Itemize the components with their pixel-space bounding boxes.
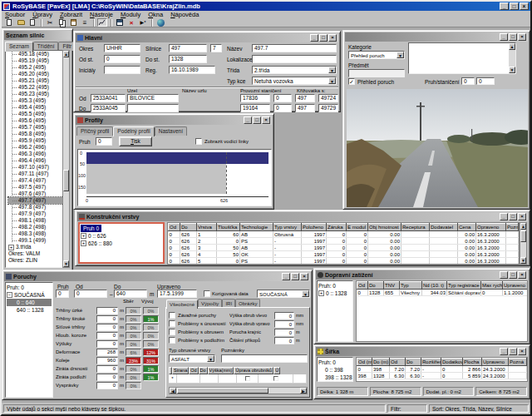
tab[interactable]: Seznam (5, 42, 33, 52)
collapse-icon[interactable]: − (7, 292, 12, 298)
nazev-field[interactable]: 497.7 (252, 44, 337, 52)
tree-group[interactable]: −SOUČASNÁ (7, 291, 52, 299)
cell[interactable]: 0 (327, 245, 347, 251)
maximize-button[interactable]: □ (509, 213, 517, 220)
chevron-down-icon[interactable]: ▼ (302, 290, 309, 297)
od-stan1-field[interactable]: 17836 (240, 94, 270, 102)
tab[interactable]: Podélný profil (113, 126, 154, 136)
road-item[interactable]: 497.8 (497) (8, 204, 63, 210)
cell[interactable]: 1997 (302, 251, 327, 258)
menu-item[interactable]: Nástroje (90, 11, 113, 18)
cell[interactable]: 0.00 (458, 251, 476, 258)
paste-icon[interactable] (68, 18, 78, 27)
od-field[interactable]: 0 (74, 290, 107, 298)
cell[interactable]: - (421, 373, 441, 379)
cell[interactable]: 0 (169, 251, 180, 258)
minimize-button[interactable]: _ (500, 271, 508, 279)
minimize-button[interactable]: _ (500, 348, 508, 355)
cell[interactable]: 0 (327, 251, 347, 258)
maximize-button[interactable]: □ (253, 116, 261, 124)
minimize-button[interactable]: _ (500, 33, 508, 41)
tree-group-okres[interactable]: Okres: VALM (6, 250, 63, 257)
cell[interactable]: PS (240, 258, 273, 265)
road-item[interactable]: 497.4 (497) (8, 177, 63, 184)
menu-item[interactable]: Soubor (5, 11, 25, 18)
minimize-button[interactable]: _ (282, 273, 290, 280)
overview-checkbox[interactable]: ✓ (348, 78, 355, 85)
cell[interactable]: AB (240, 245, 273, 251)
cell[interactable]: 4 (197, 251, 217, 258)
cell[interactable]: 626 (180, 231, 197, 238)
scroll-right-icon[interactable]: ▶ (300, 388, 307, 394)
cell[interactable] (430, 231, 458, 238)
menu-item[interactable]: Okna (148, 11, 163, 18)
close-button[interactable]: × (518, 33, 526, 41)
cell[interactable]: 16.3.2000 (476, 251, 506, 258)
cell[interactable]: 0 (169, 238, 180, 245)
close-button[interactable]: × (520, 2, 529, 10)
cell[interactable]: 0 (347, 258, 368, 265)
titlebar[interactable]: _□× (345, 32, 528, 42)
table-row[interactable]: 062650PS-1997000.000.0016.3.2000 (169, 258, 519, 265)
scroll-down-icon[interactable]: ▼ (509, 67, 515, 73)
cell[interactable]: 0.00 (458, 245, 476, 251)
cell[interactable]: 398 (357, 373, 372, 379)
cell[interactable]: 0.00 (368, 258, 401, 265)
maximize-button[interactable]: □ (291, 273, 299, 280)
road-item[interactable]: 497.11 (497) (8, 171, 63, 177)
tree-node[interactable]: 640 :: 1328 (7, 306, 52, 314)
cell[interactable] (430, 258, 458, 265)
menu-item[interactable]: Úpravy (32, 11, 52, 18)
cell[interactable]: 0 (327, 238, 347, 245)
cell[interactable]: 60 (217, 231, 240, 238)
road-item[interactable]: 496.4 (496) (8, 157, 63, 164)
cell[interactable] (509, 366, 527, 373)
cell[interactable]: OK (240, 251, 273, 258)
do-stan2-field[interactable]: 0 (273, 104, 292, 112)
cell[interactable]: 0 (347, 231, 368, 238)
cell[interactable]: 1997 (302, 245, 327, 251)
cell[interactable]: 0 (347, 251, 368, 258)
road-item[interactable]: 498.3 (498) (8, 230, 63, 237)
scroll-left-icon[interactable]: ◀ (170, 388, 176, 394)
minimize-button[interactable]: _ (500, 213, 508, 220)
cell[interactable]: 655 (384, 290, 400, 296)
defect-value-field[interactable]: 0 (96, 315, 118, 323)
cell[interactable]: 50 (217, 251, 240, 258)
do-stan1-field[interactable]: 19164 (240, 104, 270, 112)
road-item[interactable]: 495.4 (495) (8, 104, 63, 111)
titlebar[interactable]: Poruchy _□× (4, 272, 310, 281)
typ-dropdown[interactable]: ASFALT▼ (169, 354, 215, 363)
cell[interactable]: 626 (180, 238, 197, 245)
cell[interactable]: 7.20 (390, 366, 406, 373)
cell[interactable]: Sčítání dopravy (447, 290, 481, 296)
cell[interactable]: 6.30 (390, 373, 406, 379)
stan2-field[interactable]: 0 (476, 77, 495, 85)
stan1-field[interactable]: 0 (461, 77, 475, 85)
close-button[interactable]: × (328, 34, 337, 42)
odst-field[interactable]: 0 (104, 55, 140, 63)
chevron-down-icon[interactable]: ▼ (397, 52, 404, 58)
cell[interactable]: 5 (197, 258, 217, 265)
tree-node[interactable]: +626 :: 880 (81, 240, 162, 247)
cell[interactable] (401, 245, 430, 251)
silnice2-field[interactable]: 7 (210, 44, 222, 52)
cell[interactable]: 0 (347, 238, 368, 245)
road-item[interactable]: 496.3 (496) (8, 151, 63, 157)
pruh-field[interactable]: 0 (56, 290, 69, 298)
menu-item[interactable]: Nápověda (170, 11, 199, 18)
cell[interactable]: 0.00 (368, 245, 401, 251)
road-item[interactable]: 495.22 (495) (8, 84, 63, 91)
cell[interactable] (259, 374, 293, 384)
road-item[interactable]: 495.21 (495) (8, 77, 63, 84)
inicialy-field[interactable] (104, 66, 140, 74)
cell[interactable]: 3 (197, 245, 217, 251)
tab[interactable]: Příčný profil (76, 126, 113, 136)
maximize-button[interactable]: □ (509, 33, 517, 41)
cell[interactable]: 1997 (302, 258, 327, 265)
cell[interactable] (401, 251, 430, 258)
road-item[interactable]: 495.5 (495) (8, 111, 63, 117)
cell[interactable]: 0 (327, 258, 347, 265)
od-nazev-field[interactable]: BILOVICE (127, 94, 179, 102)
note-textarea[interactable] (408, 42, 516, 74)
